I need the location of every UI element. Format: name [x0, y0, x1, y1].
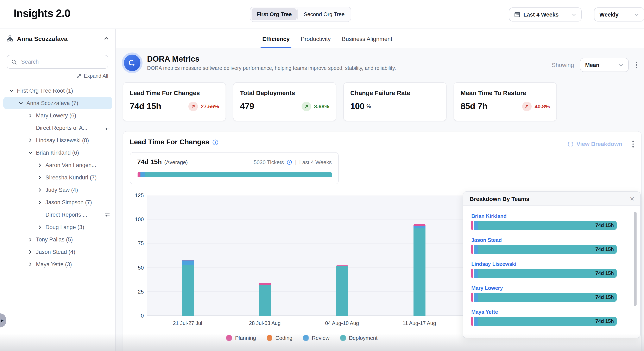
main-tabs: Efficiency Productivity Business Alignme…	[262, 29, 392, 48]
tree-item-brian-kirkland-6[interactable]: Brian Kirkland (6)	[3, 146, 112, 159]
bar-segment-review	[413, 226, 425, 228]
legend-item-coding: Coding	[267, 335, 292, 341]
tree-item-label: Aaron Van Langen...	[46, 162, 96, 168]
tree-item-jason-stead-4[interactable]: Jason Stead (4)	[3, 246, 112, 258]
lead-time-summary-card: 74d 15h (Average) 5030 Tickets | Last 4 …	[130, 152, 339, 184]
team-name-link[interactable]: Maya Yette	[471, 309, 617, 315]
chevron-right-icon[interactable]	[38, 187, 42, 192]
summary-meta: 5030 Tickets | Last 4 Weeks	[254, 159, 332, 165]
view-breakdown-button[interactable]: View Breakdown	[568, 141, 622, 147]
tree-item-direct-reports-of-a[interactable]: Direct Reports of A...	[3, 122, 112, 134]
section-menu-button[interactable]	[630, 139, 635, 149]
chevron-right-icon[interactable]	[38, 163, 42, 167]
first-org-tree-tab[interactable]: First Org Tree	[252, 8, 297, 20]
chevron-down-icon[interactable]	[28, 150, 33, 155]
panel-title: Breakdown By Teams	[470, 195, 529, 202]
metric-cards: Lead Time For Changes74d 15h27.56%Total …	[123, 82, 557, 121]
section-controls: View Breakdown	[568, 139, 635, 149]
chevron-right-icon[interactable]	[28, 138, 33, 142]
distribution-segment-planning	[138, 172, 140, 177]
metric-card-title: Mean Time To Restore	[460, 89, 550, 96]
dora-menu-button[interactable]	[634, 60, 639, 70]
tree-item-anna-scozzafava-7[interactable]: Anna Scozzafava (7)	[3, 97, 112, 109]
fullscreen-icon	[568, 141, 574, 147]
tree-item-mary-lowery-6[interactable]: Mary Lowery (6)	[3, 109, 112, 122]
tab-business-alignment[interactable]: Business Alignment	[342, 29, 392, 48]
tree-item-doug-lange-3[interactable]: Doug Lange (3)	[3, 221, 112, 233]
sidebar-expand-handle[interactable]: ▶	[0, 313, 6, 327]
team-name-link[interactable]: Brian Kirkland	[471, 213, 617, 219]
bar-segment-deployment	[413, 228, 425, 316]
chevron-right-icon[interactable]	[28, 237, 33, 242]
team-name-link[interactable]: Lindsay Liszewski	[471, 261, 617, 267]
breakdown-row-lindsay-liszewski: Lindsay Liszewski74d 15h	[471, 261, 617, 278]
bar-04-aug-10-aug	[336, 266, 348, 316]
tab-efficiency[interactable]: Efficiency	[262, 29, 290, 48]
distribution-segment-review	[140, 172, 145, 177]
dora-title: DORA Metrics	[147, 55, 396, 64]
search-icon	[11, 59, 17, 65]
tree-item-jason-simpson-7[interactable]: Jason Simpson (7)	[3, 196, 112, 208]
tree-item-judy-saw-4[interactable]: Judy Saw (4)	[3, 184, 112, 196]
chevron-right-icon[interactable]	[38, 200, 42, 204]
chevron-right-icon[interactable]	[28, 262, 33, 266]
breakdown-by-teams-panel: Breakdown By Teams ✕ Brian Kirkland74d 1…	[463, 191, 641, 338]
tree-item-aaron-van-langen[interactable]: Aaron Van Langen...	[3, 159, 112, 171]
tree-item-sireesha-kunduri-7[interactable]: Sireesha Kunduri (7)	[3, 171, 112, 184]
granularity-select[interactable]: Weekly	[594, 8, 644, 22]
trend-up-arrow-icon	[522, 102, 532, 111]
expand-all-button[interactable]: Expand All	[76, 73, 108, 79]
sidebar-search[interactable]	[6, 55, 108, 69]
tree-item-lindsay-liszewski-8[interactable]: Lindsay Liszewski (8)	[3, 134, 112, 146]
tree-item-maya-yette-3[interactable]: Maya Yette (3)	[3, 258, 112, 270]
chevron-up-icon[interactable]	[104, 36, 109, 41]
second-org-tree-tab[interactable]: Second Org Tree	[299, 8, 350, 20]
tree-item-label: Tony Pallas (5)	[36, 236, 73, 242]
bar-segment-deployment: 74d 15h	[478, 221, 617, 230]
team-lead-time-value: 74d 15h	[596, 294, 614, 300]
tab-productivity[interactable]: Productivity	[301, 29, 331, 48]
chevron-right-icon[interactable]	[38, 175, 42, 180]
metric-card-title: Total Deployments	[240, 89, 329, 96]
distribution-segment-deployment	[145, 172, 332, 177]
tree-item-direct-reports[interactable]: Direct Reports ...	[3, 208, 112, 221]
legend-label: Planning	[235, 335, 256, 341]
panel-scrollbar[interactable]	[634, 212, 636, 306]
tree-item-label: Mary Lowery (6)	[36, 112, 76, 118]
chevron-right-icon[interactable]	[38, 225, 42, 229]
chevron-right-icon[interactable]	[28, 249, 33, 254]
bar-21-jul-27-jul	[182, 260, 194, 316]
team-name-link[interactable]: Jason Stead	[471, 237, 617, 243]
filter-sliders-icon[interactable]	[104, 212, 110, 217]
main-content: Efficiency Productivity Business Alignme…	[116, 29, 644, 351]
chevron-down-icon[interactable]	[18, 101, 23, 105]
aggregation-select[interactable]: Mean	[580, 58, 628, 72]
x-tick-label: 21 Jul-27 Jul	[156, 320, 218, 326]
tree-item-first-org-tree-root-1[interactable]: First Org Tree Root (1)	[3, 84, 112, 97]
tree-item-label: Jason Stead (4)	[36, 249, 76, 255]
legend-swatch	[267, 335, 272, 341]
bar-segment-review	[474, 317, 478, 326]
metric-card-value-row: 4793.68%	[240, 101, 329, 111]
tree-item-tony-pallas-5[interactable]: Tony Pallas (5)	[3, 233, 112, 246]
expand-all-label: Expand All	[84, 73, 108, 79]
chevron-down-icon[interactable]	[9, 88, 14, 93]
divider: |	[295, 159, 296, 165]
metric-card-delta: 40.8%	[534, 103, 550, 109]
team-lead-time-value: 74d 15h	[596, 318, 614, 324]
metric-card-change-failure-rate: Change Failure Rate100%	[343, 82, 446, 121]
search-input[interactable]	[20, 58, 104, 65]
chevron-right-icon[interactable]	[28, 113, 33, 118]
filter-sliders-icon[interactable]	[104, 125, 110, 130]
info-icon[interactable]	[287, 160, 292, 165]
bar-segment-review	[182, 260, 194, 265]
date-range-select[interactable]: Last 4 Weeks	[509, 8, 582, 22]
team-name-link[interactable]: Mary Lowery	[471, 285, 617, 291]
tree-item-label: Direct Reports of A...	[36, 125, 87, 131]
info-icon[interactable]	[212, 139, 219, 145]
summary-period: Last 4 Weeks	[299, 159, 332, 165]
tabs-bar: Efficiency Productivity Business Alignme…	[116, 29, 644, 48]
bar-segment-deployment: 74d 15h	[478, 317, 617, 326]
close-icon[interactable]: ✕	[630, 195, 634, 202]
metric-card-value: 100	[350, 101, 364, 111]
